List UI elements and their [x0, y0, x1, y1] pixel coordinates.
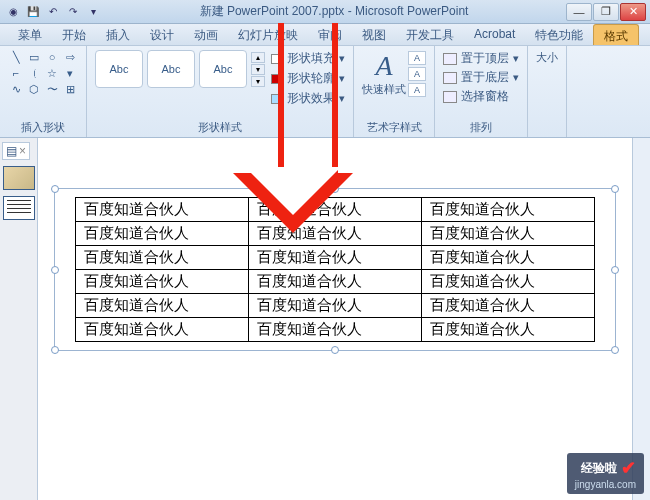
- rect-icon[interactable]: ▭: [26, 50, 42, 64]
- table-cell[interactable]: 百度知道合伙人: [249, 246, 422, 270]
- tab-design[interactable]: 设计: [140, 24, 184, 45]
- outline-swatch-icon: [271, 74, 283, 84]
- slide-canvas[interactable]: 百度知道合伙人百度知道合伙人百度知道合伙人百度知道合伙人百度知道合伙人百度知道合…: [38, 138, 632, 500]
- save-icon[interactable]: 💾: [24, 3, 42, 21]
- table-cell[interactable]: 百度知道合伙人: [249, 198, 422, 222]
- content-table[interactable]: 百度知道合伙人百度知道合伙人百度知道合伙人百度知道合伙人百度知道合伙人百度知道合…: [75, 197, 595, 342]
- selection-pane-icon: [443, 91, 457, 103]
- resize-handle[interactable]: [331, 346, 339, 354]
- slide-thumbnail-1[interactable]: [3, 166, 35, 190]
- redo-icon[interactable]: ↷: [64, 3, 82, 21]
- resize-handle[interactable]: [331, 185, 339, 193]
- star-icon[interactable]: ☆: [44, 66, 60, 80]
- style-gallery[interactable]: Abc Abc Abc ▴▾▾: [95, 50, 265, 88]
- freeform-icon[interactable]: ⬡: [26, 82, 42, 96]
- style-preset-2[interactable]: Abc: [147, 50, 195, 88]
- line-icon[interactable]: ╲: [8, 50, 24, 64]
- send-back-button[interactable]: 置于底层 ▾: [443, 69, 519, 86]
- resize-handle[interactable]: [51, 266, 59, 274]
- table-cell[interactable]: 百度知道合伙人: [76, 318, 249, 342]
- resize-handle[interactable]: [611, 266, 619, 274]
- group-arrange: 置于顶层 ▾ 置于底层 ▾ 选择窗格 排列: [435, 46, 528, 137]
- window-controls: — ❐ ✕: [566, 3, 646, 21]
- send-back-icon: [443, 72, 457, 84]
- scribble-icon[interactable]: 〜: [44, 82, 60, 96]
- tab-insert[interactable]: 插入: [96, 24, 140, 45]
- expand-icon[interactable]: ⊞: [62, 82, 78, 96]
- tab-acrobat[interactable]: Acrobat: [464, 24, 525, 45]
- tab-menu[interactable]: 菜单: [8, 24, 52, 45]
- table-row: 百度知道合伙人百度知道合伙人百度知道合伙人: [76, 270, 595, 294]
- curve-icon[interactable]: ∿: [8, 82, 24, 96]
- tab-slideshow[interactable]: 幻灯片放映: [228, 24, 308, 45]
- resize-handle[interactable]: [611, 185, 619, 193]
- minimize-button[interactable]: —: [566, 3, 592, 21]
- table-cell[interactable]: 百度知道合伙人: [76, 270, 249, 294]
- bring-front-button[interactable]: 置于顶层 ▾: [443, 50, 519, 67]
- tab-home[interactable]: 开始: [52, 24, 96, 45]
- tab-animations[interactable]: 动画: [184, 24, 228, 45]
- wordart-options: A A A: [408, 51, 426, 97]
- table-cell[interactable]: 百度知道合伙人: [422, 318, 595, 342]
- table-row: 百度知道合伙人百度知道合伙人百度知道合伙人: [76, 198, 595, 222]
- window-titlebar: ◉ 💾 ↶ ↷ ▾ 新建 PowerPoint 2007.pptx - Micr…: [0, 0, 650, 24]
- resize-handle[interactable]: [51, 346, 59, 354]
- text-fill-icon[interactable]: A: [408, 51, 426, 65]
- close-button[interactable]: ✕: [620, 3, 646, 21]
- selection-pane-button[interactable]: 选择窗格: [443, 88, 519, 105]
- connector-icon[interactable]: ⌐: [8, 66, 24, 80]
- table-cell[interactable]: 百度知道合伙人: [249, 294, 422, 318]
- text-effects-icon[interactable]: A: [408, 83, 426, 97]
- table-cell[interactable]: 百度知道合伙人: [422, 246, 595, 270]
- more-icon[interactable]: ▾: [62, 66, 78, 80]
- table-cell[interactable]: 百度知道合伙人: [422, 270, 595, 294]
- shape-fill-button[interactable]: 形状填充 ▾: [271, 50, 345, 67]
- office-button[interactable]: ◉: [4, 3, 22, 21]
- quick-access-toolbar: ◉ 💾 ↶ ↷ ▾: [4, 3, 102, 21]
- style-gallery-spinner[interactable]: ▴▾▾: [251, 52, 265, 87]
- tab-format[interactable]: 格式: [593, 24, 639, 45]
- table-cell[interactable]: 百度知道合伙人: [249, 270, 422, 294]
- table-cell[interactable]: 百度知道合伙人: [76, 294, 249, 318]
- table-cell[interactable]: 百度知道合伙人: [422, 198, 595, 222]
- tab-review[interactable]: 审阅: [308, 24, 352, 45]
- slide-thumbnail-2[interactable]: [3, 196, 35, 220]
- table-cell[interactable]: 百度知道合伙人: [76, 246, 249, 270]
- resize-handle[interactable]: [611, 346, 619, 354]
- outline-tab[interactable]: ▤×: [2, 142, 30, 160]
- resize-handle[interactable]: [51, 185, 59, 193]
- close-icon[interactable]: ×: [19, 144, 26, 158]
- effects-icon: [271, 94, 283, 104]
- fill-swatch-icon: [271, 54, 283, 64]
- qat-dropdown-icon[interactable]: ▾: [84, 3, 102, 21]
- table-cell[interactable]: 百度知道合伙人: [422, 294, 595, 318]
- selected-table[interactable]: 百度知道合伙人百度知道合伙人百度知道合伙人百度知道合伙人百度知道合伙人百度知道合…: [54, 188, 616, 351]
- maximize-button[interactable]: ❐: [593, 3, 619, 21]
- group-size: 大小: [528, 46, 567, 137]
- oval-icon[interactable]: ○: [44, 50, 60, 64]
- table-cell[interactable]: 百度知道合伙人: [76, 198, 249, 222]
- table-row: 百度知道合伙人百度知道合伙人百度知道合伙人: [76, 222, 595, 246]
- shape-outline-button[interactable]: 形状轮廓 ▾: [271, 70, 345, 87]
- shapes-gallery[interactable]: ╲▭○⇨ ⌐⟮☆▾ ∿⬡〜⊞: [8, 50, 78, 96]
- group-label-shape-styles: 形状样式: [95, 118, 345, 135]
- spin-more-icon[interactable]: ▾: [251, 76, 265, 87]
- quick-styles-button[interactable]: A 快速样式: [362, 50, 406, 97]
- shape-effects-button[interactable]: 形状效果 ▾: [271, 90, 345, 107]
- table-cell[interactable]: 百度知道合伙人: [76, 222, 249, 246]
- table-cell[interactable]: 百度知道合伙人: [422, 222, 595, 246]
- brace-icon[interactable]: ⟮: [26, 66, 42, 80]
- style-preset-3[interactable]: Abc: [199, 50, 247, 88]
- arrow-icon[interactable]: ⇨: [62, 50, 78, 64]
- table-cell[interactable]: 百度知道合伙人: [249, 318, 422, 342]
- spin-down-icon[interactable]: ▾: [251, 64, 265, 75]
- tab-developer[interactable]: 开发工具: [396, 24, 464, 45]
- table-cell[interactable]: 百度知道合伙人: [249, 222, 422, 246]
- text-outline-icon[interactable]: A: [408, 67, 426, 81]
- style-preset-1[interactable]: Abc: [95, 50, 143, 88]
- spin-up-icon[interactable]: ▴: [251, 52, 265, 63]
- tab-features[interactable]: 特色功能: [525, 24, 593, 45]
- undo-icon[interactable]: ↶: [44, 3, 62, 21]
- tab-view[interactable]: 视图: [352, 24, 396, 45]
- vertical-scrollbar[interactable]: [632, 138, 650, 500]
